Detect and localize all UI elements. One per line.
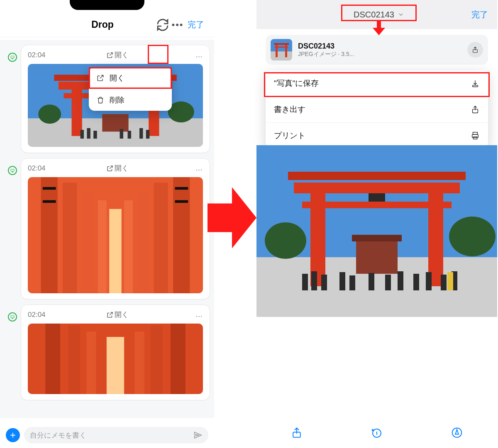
- svg-rect-31: [43, 200, 56, 203]
- share-button[interactable]: [467, 42, 483, 58]
- svg-rect-64: [294, 183, 460, 193]
- left-phone: Drop ••• 完了 02:04 開く …: [0, 0, 214, 448]
- svg-rect-40: [134, 332, 144, 394]
- svg-rect-36: [171, 324, 186, 394]
- svg-rect-33: [11, 316, 14, 318]
- svg-rect-41: [107, 337, 124, 394]
- svg-rect-27: [124, 200, 133, 293]
- svg-rect-67: [369, 193, 385, 202]
- context-delete-label: 削除: [110, 95, 124, 105]
- print-action[interactable]: プリント: [266, 122, 488, 149]
- svg-rect-80: [447, 272, 453, 290]
- svg-rect-76: [413, 274, 419, 290]
- drop-item: 02:04 開く …: [21, 158, 210, 299]
- item-more-icon[interactable]: …: [190, 51, 203, 59]
- svg-rect-74: [385, 275, 391, 290]
- svg-rect-29: [43, 187, 56, 190]
- items-area: 02:04 開く …: [0, 40, 214, 418]
- svg-rect-37: [68, 326, 81, 394]
- item-more-icon[interactable]: …: [190, 164, 203, 173]
- preview-toolbar: [256, 419, 497, 448]
- svg-rect-77: [426, 272, 432, 290]
- drop-item: 02:04 開く …: [21, 304, 210, 400]
- svg-rect-21: [173, 177, 190, 293]
- svg-rect-55: [473, 137, 477, 139]
- open-button[interactable]: 開く: [106, 310, 129, 319]
- add-button[interactable]: +: [6, 428, 20, 442]
- svg-rect-12: [87, 128, 90, 139]
- svg-rect-15: [128, 131, 131, 139]
- flow-arrow-icon: [208, 183, 256, 253]
- svg-rect-18: [11, 169, 14, 171]
- svg-rect-53: [473, 132, 478, 135]
- svg-point-8: [38, 105, 61, 124]
- export-icon: [471, 105, 480, 114]
- share-icon[interactable]: [290, 426, 303, 441]
- svg-rect-45: [271, 51, 292, 61]
- svg-rect-60: [356, 241, 398, 274]
- done-button[interactable]: 完了: [188, 19, 204, 30]
- device-badge-icon: [8, 166, 17, 175]
- svg-rect-22: [63, 183, 77, 293]
- open-button[interactable]: 開く: [106, 50, 129, 60]
- open-label: 開く: [115, 163, 129, 173]
- svg-rect-11: [81, 130, 84, 139]
- svg-rect-25: [137, 192, 149, 294]
- drop-header: Drop ••• 完了: [0, 12, 214, 37]
- highlight-more-button: [148, 45, 168, 64]
- item-time: 02:04: [28, 51, 46, 59]
- svg-rect-10: [102, 114, 128, 131]
- svg-rect-61: [352, 235, 402, 241]
- item-more-icon[interactable]: …: [190, 311, 203, 319]
- svg-rect-39: [86, 332, 96, 394]
- svg-rect-35: [45, 324, 60, 394]
- svg-rect-32: [175, 200, 188, 203]
- item-time: 02:04: [28, 311, 46, 319]
- svg-rect-78: [441, 275, 447, 290]
- svg-marker-43: [373, 21, 385, 35]
- markup-icon[interactable]: [451, 426, 463, 441]
- svg-rect-16: [139, 128, 143, 139]
- send-icon[interactable]: [193, 431, 203, 440]
- compose-input[interactable]: 自分にメモを書く: [24, 427, 208, 443]
- export-action[interactable]: 書き出す: [266, 96, 488, 122]
- sync-icon[interactable]: [155, 17, 170, 32]
- svg-rect-30: [175, 187, 188, 190]
- item-photo[interactable]: [28, 177, 203, 293]
- preview-photo[interactable]: [256, 145, 497, 317]
- svg-rect-23: [154, 183, 168, 293]
- svg-rect-13: [93, 131, 97, 139]
- file-info: JPEGイメージ · 3.5...: [298, 51, 461, 58]
- info-sparkle-icon[interactable]: [371, 426, 383, 441]
- svg-rect-68: [302, 274, 308, 290]
- open-button[interactable]: 開く: [106, 163, 129, 173]
- svg-rect-75: [398, 271, 403, 290]
- device-badge-icon: [8, 53, 17, 62]
- highlight-context-open: [89, 67, 172, 89]
- svg-rect-73: [369, 273, 374, 290]
- highlight-header-title: [341, 5, 417, 21]
- svg-rect-69: [311, 271, 317, 290]
- print-icon: [471, 131, 480, 140]
- svg-rect-14: [120, 129, 123, 139]
- device-badge-icon: [8, 312, 17, 321]
- more-icon[interactable]: •••: [170, 17, 185, 32]
- print-label: プリント: [274, 130, 305, 141]
- item-photo[interactable]: [28, 324, 203, 394]
- item-time: 02:04: [28, 164, 46, 173]
- svg-rect-26: [98, 200, 107, 293]
- done-button[interactable]: 完了: [471, 9, 488, 20]
- svg-rect-65: [288, 172, 466, 180]
- svg-rect-3: [72, 83, 82, 136]
- svg-rect-72: [349, 275, 355, 290]
- svg-marker-42: [208, 187, 256, 248]
- svg-rect-48: [274, 43, 289, 45]
- file-card: DSC02143 JPEGイメージ · 3.5...: [266, 35, 488, 65]
- export-label: 書き出す: [274, 104, 305, 115]
- pointer-arrow-icon: [373, 21, 385, 35]
- file-thumbnail: [271, 39, 292, 61]
- svg-rect-66: [302, 202, 452, 208]
- right-phone: DSC02143 完了 DSC02143 JPEGイメージ · 3.5...: [256, 0, 497, 448]
- svg-rect-24: [82, 192, 93, 294]
- context-delete[interactable]: 削除: [89, 89, 172, 111]
